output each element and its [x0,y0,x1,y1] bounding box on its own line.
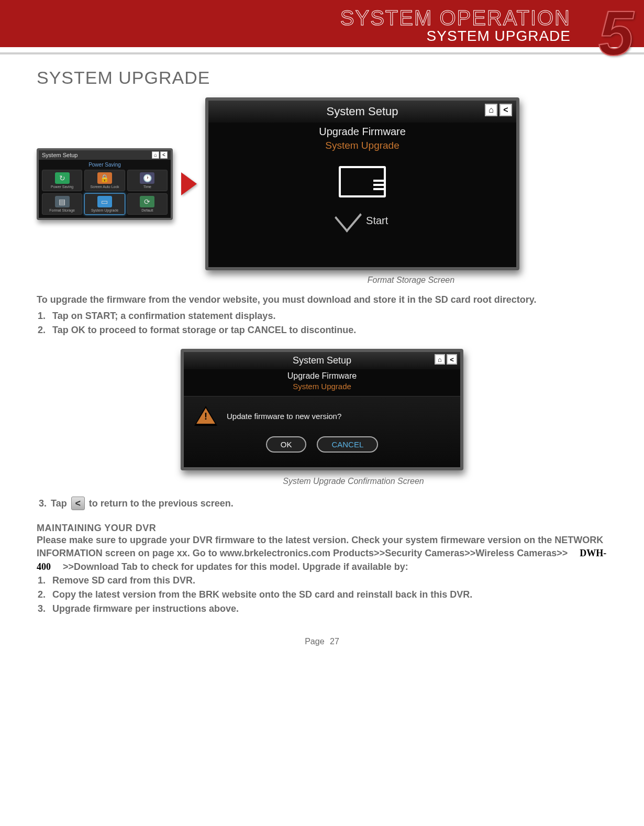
confirm-question: Update firmware to new version? [227,412,341,421]
system-setup-thumbnail: System Setup ⌂ < Power Saving ↻Power Sav… [37,148,173,220]
maint-step-1: Remove SD card from this DVR. [48,574,607,588]
back-icon[interactable]: < [160,151,168,159]
page-label: Page [305,637,324,646]
maint-pre: Please make sure to upgrade your DVR fir… [37,535,603,558]
system-upgrade-screen: System Setup ⌂ < Upgrade Firmware System… [205,97,519,270]
screenshot-row: System Setup ⌂ < Power Saving ↻Power Sav… [37,97,607,270]
bigshot-title: System Setup [327,105,398,118]
thumb-header: System Setup ⌂ < [39,150,171,160]
maint-step-2: Copy the latest version from the BRK web… [48,588,607,602]
home-icon[interactable]: ⌂ [152,151,159,159]
page-number: 27 [330,637,339,646]
thumb-item-time[interactable]: 🕐Time [127,170,168,191]
steps-list-b: Remove SD card from this DVR. Copy the l… [48,574,607,616]
step-3: 3. Tap < to return to the previous scree… [37,497,607,510]
ok-button[interactable]: OK [266,436,307,453]
caption-confirmation: System Upgrade Confirmation Screen [99,477,607,486]
thumb-subtitle: Power Saving [42,162,168,168]
page-footer: Page 27 [37,637,607,646]
bigshot-sub2: System Upgrade [208,140,516,151]
thumb-item-system-upgrade[interactable]: ▭System Upgrade [84,193,125,215]
midshot-sub: Upgrade Firmware [184,371,460,381]
sd-card-icon [339,166,386,197]
midshot-title: System Setup [293,355,351,366]
midshot-sub2: System Upgrade [184,382,460,391]
step3-pre: Tap [51,498,67,509]
page-title: SYSTEM UPGRADE [37,68,607,88]
step-2: Tap OK to proceed to format storage or t… [48,323,607,337]
back-icon[interactable]: < [499,104,512,116]
thumb-item-format-storage[interactable]: ▤Format Storage [42,193,82,215]
confirmation-screen: System Setup ⌂ < Upgrade Firmware System… [181,349,463,470]
maintaining-heading: MAINTAINING YOUR DVR [37,523,607,534]
maintaining-text: Please make sure to upgrade your DVR fir… [37,534,607,574]
header-subtitle: SYSTEM UPGRADE [0,28,571,45]
header-title-outline: SYSTEM OPERATION [0,6,571,30]
caption-format-storage: Format Storage Screen [215,276,607,285]
thumb-title: System Setup [42,152,77,158]
maint-post: >>Download Tab to check for updates for … [63,561,408,572]
maint-step-3: Upgrade firmware per instructions above. [48,602,607,616]
step-1: Tap on START; a confirmation statement d… [48,309,607,323]
start-button[interactable]: Start [315,207,409,227]
thumb-item-power-saving[interactable]: ↻Power Saving [42,170,82,191]
header-band: SYSTEM OPERATION SYSTEM UPGRADE 5 [0,0,644,47]
cancel-button[interactable]: CANCEL [317,436,378,453]
bigshot-sub: Upgrade Firmware [208,126,516,138]
back-icon[interactable]: < [71,497,85,510]
warning-icon [194,406,217,426]
home-icon[interactable]: ⌂ [485,104,497,116]
step3-post: to return to the previous screen. [89,498,234,509]
thumb-item-default[interactable]: ⟳Default [127,193,168,215]
steps-list-a: Tap on START; a confirmation statement d… [48,309,607,337]
back-icon[interactable]: < [447,354,457,365]
arrow-right-icon [181,172,197,195]
intro-text: To upgrade the firmware from the vendor … [37,293,607,306]
start-label: Start [366,215,388,226]
checkmark-icon [335,200,362,233]
home-icon[interactable]: ⌂ [435,354,445,365]
chapter-number: 5 [598,0,634,69]
thumb-item-screen-auto-lock[interactable]: 🔒Screen Auto Lock [84,170,125,191]
